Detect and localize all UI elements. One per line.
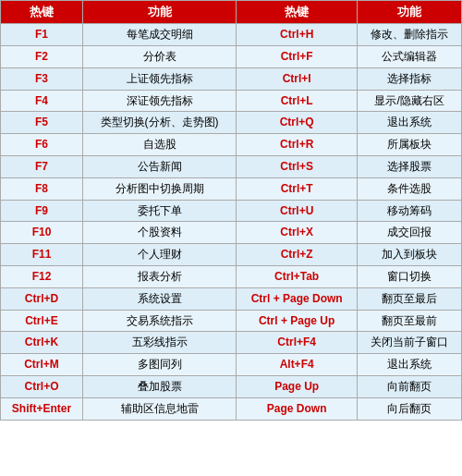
func-cell: 加入到板块 xyxy=(358,244,462,266)
func-cell: 翻页至最后 xyxy=(358,287,462,310)
table-row: F6自选股Ctrl+R所属板块 xyxy=(1,134,462,156)
header-hotkey1: 热键 xyxy=(1,1,83,24)
hotkey-cell: Alt+F4 xyxy=(237,354,358,376)
func-cell: 关闭当前子窗口 xyxy=(358,332,462,354)
func-cell: 窗口切换 xyxy=(358,265,462,287)
func-cell: 辅助区信息地雷 xyxy=(82,397,236,420)
hotkey-cell: Page Down xyxy=(237,397,358,420)
func-cell: 选择股票 xyxy=(358,155,462,177)
table-row: F12报表分析Ctrl+Tab窗口切换 xyxy=(1,265,462,287)
hotkey-cell: F9 xyxy=(1,200,83,222)
hotkey-cell: Ctrl+K xyxy=(1,332,83,354)
func-cell: 退出系统 xyxy=(358,354,462,376)
hotkey-cell: F8 xyxy=(1,177,83,200)
hotkey-cell: Ctrl+U xyxy=(237,200,358,222)
hotkey-cell: F7 xyxy=(1,155,83,177)
table-row: Ctrl+O叠加股票Page Up向前翻页 xyxy=(1,375,462,397)
hotkey-cell: Ctrl+H xyxy=(237,24,358,46)
func-cell: 分析图中切换周期 xyxy=(82,177,236,200)
func-cell: 上证领先指标 xyxy=(82,67,236,90)
table-row: F1每笔成交明细Ctrl+H修改、删除指示 xyxy=(1,24,462,46)
table-row: F3上证领先指标Ctrl+I选择指标 xyxy=(1,67,462,90)
func-cell: 显示/隐藏右区 xyxy=(358,90,462,112)
func-cell: 成交回报 xyxy=(358,222,462,244)
table-row: F7公告新闻Ctrl+S选择股票 xyxy=(1,155,462,177)
func-cell: 公告新闻 xyxy=(82,155,236,177)
func-cell: 自选股 xyxy=(82,134,236,156)
table-row: Ctrl+D系统设置Ctrl + Page Down翻页至最后 xyxy=(1,287,462,310)
hotkey-cell: F6 xyxy=(1,134,83,156)
func-cell: 叠加股票 xyxy=(82,375,236,397)
func-cell: 翻页至最前 xyxy=(358,310,462,332)
table-row: Shift+Enter辅助区信息地雷Page Down向后翻页 xyxy=(1,397,462,420)
hotkey-cell: Ctrl+O xyxy=(1,375,83,397)
func-cell: 条件选股 xyxy=(358,177,462,200)
hotkey-cell: Ctrl + Page Up xyxy=(237,310,358,332)
func-cell: 每笔成交明细 xyxy=(82,24,236,46)
func-cell: 所属板块 xyxy=(358,134,462,156)
table-row: Ctrl+E交易系统指示Ctrl + Page Up翻页至最前 xyxy=(1,310,462,332)
func-cell: 系统设置 xyxy=(82,287,236,310)
hotkey-cell: F3 xyxy=(1,67,83,90)
func-cell: 选择指标 xyxy=(358,67,462,90)
func-cell: 向后翻页 xyxy=(358,397,462,420)
table-row: F4深证领先指标Ctrl+L显示/隐藏右区 xyxy=(1,90,462,112)
hotkey-cell: Ctrl+X xyxy=(237,222,358,244)
table-row: Ctrl+K五彩线指示Ctrl+F4关闭当前子窗口 xyxy=(1,332,462,354)
func-cell: 个人理财 xyxy=(82,244,236,266)
table-row: Ctrl+M多图同列Alt+F4退出系统 xyxy=(1,354,462,376)
hotkey-cell: F10 xyxy=(1,222,83,244)
hotkey-cell: Ctrl+S xyxy=(237,155,358,177)
hotkey-cell: Shift+Enter xyxy=(1,397,83,420)
func-cell: 个股资料 xyxy=(82,222,236,244)
func-cell: 向前翻页 xyxy=(358,375,462,397)
table-row: F2分价表Ctrl+F公式编辑器 xyxy=(1,45,462,67)
hotkey-cell: Ctrl+Tab xyxy=(237,265,358,287)
func-cell: 退出系统 xyxy=(358,112,462,134)
hotkey-cell: Ctrl + Page Down xyxy=(237,287,358,310)
hotkey-cell: Page Up xyxy=(237,375,358,397)
hotkey-cell: Ctrl+T xyxy=(237,177,358,200)
hotkey-cell: F12 xyxy=(1,265,83,287)
hotkey-cell: Ctrl+I xyxy=(237,67,358,90)
hotkey-cell: Ctrl+D xyxy=(1,287,83,310)
hotkey-cell: F2 xyxy=(1,45,83,67)
func-cell: 类型切换(分析、走势图) xyxy=(82,112,236,134)
hotkey-cell: F11 xyxy=(1,244,83,266)
hotkey-cell: Ctrl+M xyxy=(1,354,83,376)
hotkey-cell: Ctrl+Z xyxy=(237,244,358,266)
hotkey-cell: Ctrl+L xyxy=(237,90,358,112)
table-row: F9委托下单Ctrl+U移动筹码 xyxy=(1,200,462,222)
hotkey-cell: F1 xyxy=(1,24,83,46)
hotkey-cell: F5 xyxy=(1,112,83,134)
func-cell: 五彩线指示 xyxy=(82,332,236,354)
table-row: F5类型切换(分析、走势图)Ctrl+Q退出系统 xyxy=(1,112,462,134)
table-row: F11个人理财Ctrl+Z加入到板块 xyxy=(1,244,462,266)
hotkey-cell: Ctrl+F xyxy=(237,45,358,67)
hotkey-cell: Ctrl+E xyxy=(1,310,83,332)
func-cell: 多图同列 xyxy=(82,354,236,376)
func-cell: 公式编辑器 xyxy=(358,45,462,67)
hotkey-cell: F4 xyxy=(1,90,83,112)
func-cell: 深证领先指标 xyxy=(82,90,236,112)
func-cell: 分价表 xyxy=(82,45,236,67)
func-cell: 修改、删除指示 xyxy=(358,24,462,46)
hotkey-table: 热键 功能 热键 功能 F1每笔成交明细Ctrl+H修改、删除指示F2分价表Ct… xyxy=(0,0,462,421)
hotkey-cell: Ctrl+F4 xyxy=(237,332,358,354)
hotkey-cell: Ctrl+Q xyxy=(237,112,358,134)
header-func2: 功能 xyxy=(358,1,462,24)
table-row: F10个股资料Ctrl+X成交回报 xyxy=(1,222,462,244)
header-func1: 功能 xyxy=(82,1,236,24)
func-cell: 移动筹码 xyxy=(358,200,462,222)
header-hotkey2: 热键 xyxy=(237,1,358,24)
func-cell: 交易系统指示 xyxy=(82,310,236,332)
table-row: F8分析图中切换周期Ctrl+T条件选股 xyxy=(1,177,462,200)
func-cell: 委托下单 xyxy=(82,200,236,222)
hotkey-cell: Ctrl+R xyxy=(237,134,358,156)
func-cell: 报表分析 xyxy=(82,265,236,287)
